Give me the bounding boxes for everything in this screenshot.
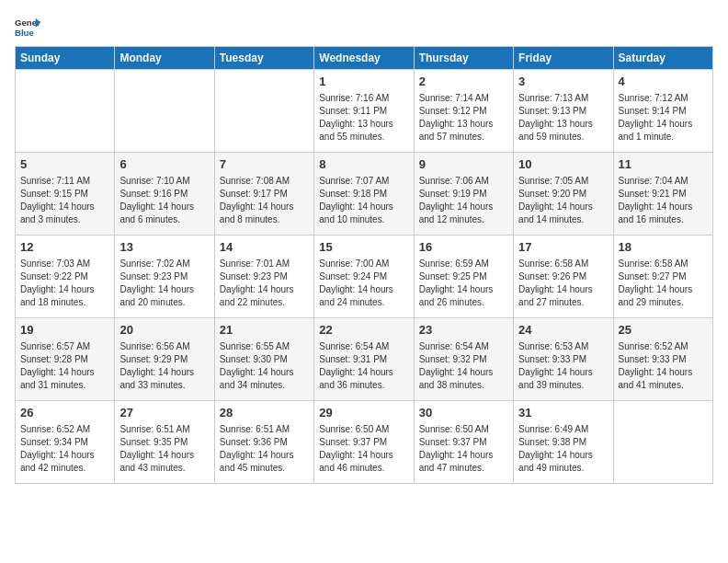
day-info: Sunset: 9:35 PM xyxy=(119,436,209,449)
day-info: Sunrise: 6:58 AM xyxy=(518,258,608,270)
day-info: Sunrise: 6:50 AM xyxy=(419,423,508,436)
calendar-cell xyxy=(16,70,115,153)
day-info: Sunset: 9:26 PM xyxy=(518,270,608,283)
day-info: Sunrise: 7:11 AM xyxy=(20,175,109,188)
calendar-cell: 28Sunrise: 6:51 AMSunset: 9:36 PMDayligh… xyxy=(214,401,313,484)
day-info: Daylight: 13 hours and 57 minutes. xyxy=(419,118,508,144)
day-info: Sunset: 9:18 PM xyxy=(319,188,408,201)
day-info: Daylight: 14 hours and 20 minutes. xyxy=(119,283,209,309)
day-info: Daylight: 14 hours and 24 minutes. xyxy=(319,283,408,309)
day-info: Sunset: 9:29 PM xyxy=(119,353,209,366)
svg-text:Blue: Blue xyxy=(15,28,34,38)
day-info: Sunrise: 7:00 AM xyxy=(319,258,408,270)
calendar-cell: 27Sunrise: 6:51 AMSunset: 9:35 PMDayligh… xyxy=(115,401,214,484)
day-info: Daylight: 14 hours and 45 minutes. xyxy=(220,449,309,475)
day-info: Sunset: 9:34 PM xyxy=(20,436,109,449)
day-info: Sunrise: 6:50 AM xyxy=(319,423,408,436)
day-info: Sunrise: 7:05 AM xyxy=(518,175,608,188)
day-info: Daylight: 14 hours and 33 minutes. xyxy=(119,366,209,392)
day-info: Sunset: 9:16 PM xyxy=(119,188,209,201)
day-info: Sunset: 9:30 PM xyxy=(220,353,309,366)
day-info: Sunset: 9:27 PM xyxy=(619,270,708,283)
day-number: 9 xyxy=(419,156,508,173)
day-info: Daylight: 13 hours and 55 minutes. xyxy=(319,118,408,144)
day-number: 22 xyxy=(319,322,408,339)
day-info: Sunset: 9:17 PM xyxy=(220,188,309,201)
day-info: Daylight: 14 hours and 42 minutes. xyxy=(20,449,109,475)
day-info: Sunrise: 7:03 AM xyxy=(20,258,109,270)
day-number: 31 xyxy=(518,405,608,421)
day-info: Sunrise: 6:54 AM xyxy=(419,340,508,353)
calendar-cell: 10Sunrise: 7:05 AMSunset: 9:20 PMDayligh… xyxy=(514,153,613,236)
day-info: Sunrise: 6:54 AM xyxy=(319,340,408,353)
day-info: Sunset: 9:23 PM xyxy=(220,270,309,283)
day-info: Daylight: 14 hours and 3 minutes. xyxy=(20,201,109,226)
day-number: 14 xyxy=(220,239,309,256)
day-info: Sunrise: 6:56 AM xyxy=(119,340,209,353)
day-info: Sunset: 9:33 PM xyxy=(619,353,708,366)
day-info: Daylight: 14 hours and 22 minutes. xyxy=(220,283,309,309)
day-info: Sunrise: 6:58 AM xyxy=(619,258,708,270)
day-info: Sunrise: 7:06 AM xyxy=(419,175,508,188)
day-number: 12 xyxy=(20,239,109,256)
day-info: Daylight: 14 hours and 1 minute. xyxy=(619,118,708,144)
day-number: 5 xyxy=(20,156,109,173)
calendar-table: SundayMondayTuesdayWednesdayThursdayFrid… xyxy=(15,46,713,484)
page-header: General Blue xyxy=(15,15,713,40)
day-number: 7 xyxy=(220,156,309,173)
day-number: 2 xyxy=(419,74,508,90)
calendar-cell: 8Sunrise: 7:07 AMSunset: 9:18 PMDaylight… xyxy=(314,153,414,236)
day-number: 11 xyxy=(619,156,708,173)
logo: General Blue xyxy=(15,15,40,40)
day-info: Sunrise: 6:52 AM xyxy=(20,423,109,436)
column-header-tuesday: Tuesday xyxy=(214,47,313,70)
day-number: 6 xyxy=(119,156,209,173)
calendar-cell: 16Sunrise: 6:59 AMSunset: 9:25 PMDayligh… xyxy=(414,236,513,318)
calendar-cell: 12Sunrise: 7:03 AMSunset: 9:22 PMDayligh… xyxy=(16,236,115,318)
calendar-cell: 7Sunrise: 7:08 AMSunset: 9:17 PMDaylight… xyxy=(214,153,313,236)
column-header-thursday: Thursday xyxy=(414,47,513,70)
day-info: Daylight: 14 hours and 34 minutes. xyxy=(220,366,309,392)
day-info: Sunrise: 7:13 AM xyxy=(518,92,608,105)
day-number: 13 xyxy=(119,239,209,256)
calendar-cell: 14Sunrise: 7:01 AMSunset: 9:23 PMDayligh… xyxy=(214,236,313,318)
day-number: 29 xyxy=(319,405,408,421)
day-number: 16 xyxy=(419,239,508,256)
calendar-cell: 30Sunrise: 6:50 AMSunset: 9:37 PMDayligh… xyxy=(414,401,513,484)
day-info: Daylight: 14 hours and 38 minutes. xyxy=(419,366,508,392)
day-info: Daylight: 14 hours and 39 minutes. xyxy=(518,366,608,392)
calendar-cell xyxy=(613,401,712,484)
day-info: Daylight: 14 hours and 41 minutes. xyxy=(619,366,708,392)
logo-icon: General Blue xyxy=(15,15,40,40)
day-info: Daylight: 14 hours and 27 minutes. xyxy=(518,283,608,309)
day-number: 10 xyxy=(518,156,608,173)
day-info: Daylight: 14 hours and 36 minutes. xyxy=(319,366,408,392)
column-header-monday: Monday xyxy=(115,47,214,70)
day-info: Sunset: 9:19 PM xyxy=(419,188,508,201)
day-info: Sunset: 9:15 PM xyxy=(20,188,109,201)
day-number: 15 xyxy=(319,239,408,256)
day-number: 17 xyxy=(518,239,608,256)
calendar-cell: 25Sunrise: 6:52 AMSunset: 9:33 PMDayligh… xyxy=(613,318,712,401)
day-info: Sunset: 9:37 PM xyxy=(419,436,508,449)
day-number: 20 xyxy=(119,322,209,339)
calendar-cell: 29Sunrise: 6:50 AMSunset: 9:37 PMDayligh… xyxy=(314,401,414,484)
day-info: Daylight: 14 hours and 6 minutes. xyxy=(119,201,209,226)
day-number: 30 xyxy=(419,405,508,421)
day-number: 19 xyxy=(20,322,109,339)
day-info: Sunrise: 6:57 AM xyxy=(20,340,109,353)
day-info: Sunset: 9:14 PM xyxy=(619,105,708,118)
day-info: Daylight: 14 hours and 18 minutes. xyxy=(20,283,109,309)
column-header-saturday: Saturday xyxy=(613,47,712,70)
day-number: 3 xyxy=(518,74,608,90)
day-info: Daylight: 14 hours and 16 minutes. xyxy=(619,201,708,226)
day-info: Sunset: 9:24 PM xyxy=(319,270,408,283)
calendar-cell: 2Sunrise: 7:14 AMSunset: 9:12 PMDaylight… xyxy=(414,70,513,153)
calendar-cell: 4Sunrise: 7:12 AMSunset: 9:14 PMDaylight… xyxy=(613,70,712,153)
day-info: Sunset: 9:21 PM xyxy=(619,188,708,201)
day-info: Sunrise: 6:49 AM xyxy=(518,423,608,436)
calendar-cell: 6Sunrise: 7:10 AMSunset: 9:16 PMDaylight… xyxy=(115,153,214,236)
day-info: Sunset: 9:11 PM xyxy=(319,105,408,118)
day-info: Sunrise: 6:51 AM xyxy=(119,423,209,436)
column-header-friday: Friday xyxy=(514,47,613,70)
